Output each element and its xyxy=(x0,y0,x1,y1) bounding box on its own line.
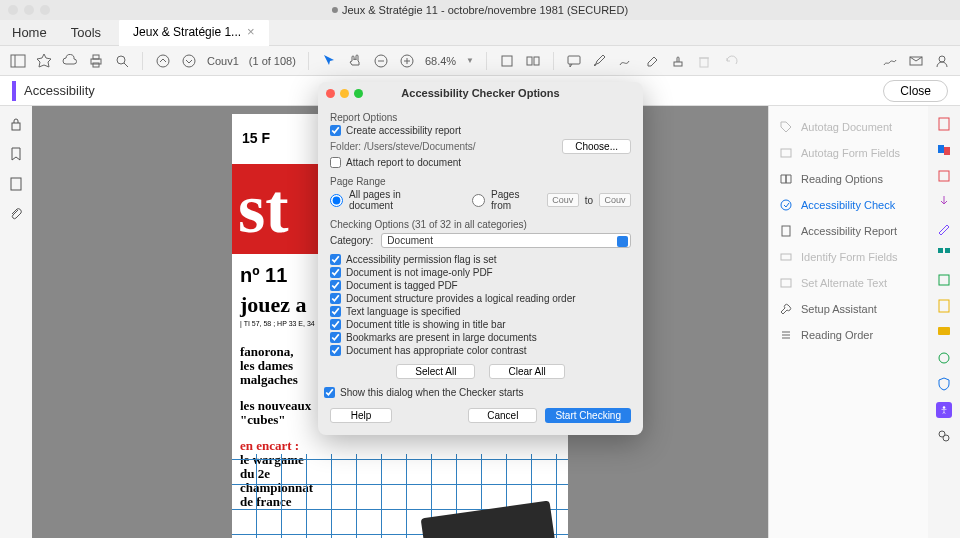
undo-icon[interactable] xyxy=(722,53,738,69)
organize-icon[interactable] xyxy=(936,246,952,262)
check-bookmarks[interactable] xyxy=(330,332,341,343)
panel-accessibility-check[interactable]: Accessibility Check xyxy=(769,192,928,218)
svg-rect-27 xyxy=(782,226,790,236)
panel-reading-order[interactable]: Reading Order xyxy=(769,322,928,348)
select-tool-icon[interactable] xyxy=(321,53,337,69)
dialog-close-icon[interactable] xyxy=(326,89,335,98)
lock-icon[interactable] xyxy=(8,116,24,132)
check-perm-flag[interactable] xyxy=(330,254,341,265)
zoom-in-icon[interactable] xyxy=(399,53,415,69)
attach-report-checkbox[interactable] xyxy=(330,157,341,168)
edit-icon[interactable] xyxy=(936,168,952,184)
menu-tools[interactable]: Tools xyxy=(59,21,113,44)
redact-icon[interactable] xyxy=(936,298,952,314)
profile-icon[interactable] xyxy=(934,53,950,69)
zoom-level[interactable]: 68.4% xyxy=(425,55,456,67)
zoom-dropdown-icon[interactable]: ▼ xyxy=(466,56,474,65)
menu-home[interactable]: Home xyxy=(0,21,59,44)
attachment-icon[interactable] xyxy=(8,206,24,222)
svg-point-42 xyxy=(939,353,949,363)
choose-folder-button[interactable]: Choose... xyxy=(562,139,631,154)
svg-rect-33 xyxy=(939,118,949,130)
page-from-input[interactable] xyxy=(547,193,579,207)
dialog-title: Accessibility Checker Options xyxy=(401,87,559,99)
print-icon[interactable] xyxy=(88,53,104,69)
page-to-input[interactable] xyxy=(599,193,631,207)
search-icon[interactable] xyxy=(114,53,130,69)
close-window-icon[interactable] xyxy=(8,5,18,15)
pages-from-radio[interactable] xyxy=(472,194,485,207)
combine-icon[interactable] xyxy=(936,142,952,158)
panel-autotag-doc[interactable]: Autotag Document xyxy=(769,114,928,140)
sign-tool-icon[interactable] xyxy=(936,220,952,236)
fit-page-icon[interactable] xyxy=(525,53,541,69)
maximize-window-icon[interactable] xyxy=(40,5,50,15)
page-up-icon[interactable] xyxy=(155,53,171,69)
clear-all-button[interactable]: Clear All xyxy=(489,364,564,379)
cloud-icon[interactable] xyxy=(62,53,78,69)
close-panel-button[interactable]: Close xyxy=(883,80,948,102)
document-tab[interactable]: Jeux & Stratégie 1... × xyxy=(119,19,269,46)
check-not-image-only[interactable] xyxy=(330,267,341,278)
create-pdf-icon[interactable] xyxy=(936,116,952,132)
panel-autotag-form[interactable]: Autotag Form Fields xyxy=(769,140,928,166)
compress-icon[interactable] xyxy=(936,272,952,288)
magazine-issue: nº 11 xyxy=(240,264,287,287)
comment-tool-icon[interactable] xyxy=(936,324,952,340)
create-report-checkbox[interactable] xyxy=(330,125,341,136)
zoom-out-icon[interactable] xyxy=(373,53,389,69)
print-prod-icon[interactable] xyxy=(936,350,952,366)
erase-icon[interactable] xyxy=(644,53,660,69)
show-dialog-checkbox[interactable] xyxy=(324,387,335,398)
svg-rect-19 xyxy=(700,58,708,67)
draw-icon[interactable] xyxy=(618,53,634,69)
start-checking-button[interactable]: Start Checking xyxy=(545,408,631,423)
accessibility-tool-icon[interactable] xyxy=(936,402,952,418)
sign-icon[interactable] xyxy=(882,53,898,69)
check-color-contrast[interactable] xyxy=(330,345,341,356)
page-number-input[interactable]: Couv1 xyxy=(207,55,239,67)
panel-reading-options[interactable]: Reading Options xyxy=(769,166,928,192)
star-icon[interactable] xyxy=(36,53,52,69)
highlight-icon[interactable] xyxy=(592,53,608,69)
svg-rect-28 xyxy=(781,254,791,260)
tab-close-icon[interactable]: × xyxy=(247,24,255,39)
bookmark-icon[interactable] xyxy=(8,146,24,162)
pages-from-label: Pages from xyxy=(491,189,541,211)
protect-icon[interactable] xyxy=(936,376,952,392)
stamp-icon[interactable] xyxy=(670,53,686,69)
check-tagged-pdf[interactable] xyxy=(330,280,341,291)
check-reading-order[interactable] xyxy=(330,293,341,304)
select-all-button[interactable]: Select All xyxy=(396,364,475,379)
category-select[interactable]: Document xyxy=(381,233,631,248)
check-title-bar[interactable] xyxy=(330,319,341,330)
panel-setup-assistant[interactable]: Setup Assistant xyxy=(769,296,928,322)
panel-indicator xyxy=(12,81,16,101)
export-icon[interactable] xyxy=(936,194,952,210)
page-down-icon[interactable] xyxy=(181,53,197,69)
panel-accessibility-report[interactable]: Accessibility Report xyxy=(769,218,928,244)
page-range-label: Page Range xyxy=(330,176,631,187)
mail-icon[interactable] xyxy=(908,53,924,69)
document-status-dot xyxy=(332,7,338,13)
fit-width-icon[interactable] xyxy=(499,53,515,69)
dialog-zoom-icon[interactable] xyxy=(354,89,363,98)
dialog-minimize-icon[interactable] xyxy=(340,89,349,98)
comment-icon[interactable] xyxy=(566,53,582,69)
panel-identify-form[interactable]: Identify Form Fields xyxy=(769,244,928,270)
cancel-button[interactable]: Cancel xyxy=(468,408,537,423)
svg-rect-18 xyxy=(674,62,682,66)
minimize-window-icon[interactable] xyxy=(24,5,34,15)
menubar: Home Tools Jeux & Stratégie 1... × xyxy=(0,20,960,46)
all-pages-radio[interactable] xyxy=(330,194,343,207)
trash-icon[interactable] xyxy=(696,53,712,69)
thumbnails-icon[interactable] xyxy=(8,176,24,192)
panel-set-alt[interactable]: Set Alternate Text xyxy=(769,270,928,296)
sidebar-toggle-icon[interactable] xyxy=(10,53,26,69)
left-rail xyxy=(0,106,32,538)
more-tools-icon[interactable] xyxy=(936,428,952,444)
help-button[interactable]: Help xyxy=(330,408,392,423)
magazine-sub: | TI 57, 58 ; HP 33 E, 34 xyxy=(240,320,315,327)
check-text-lang[interactable] xyxy=(330,306,341,317)
hand-tool-icon[interactable] xyxy=(347,53,363,69)
